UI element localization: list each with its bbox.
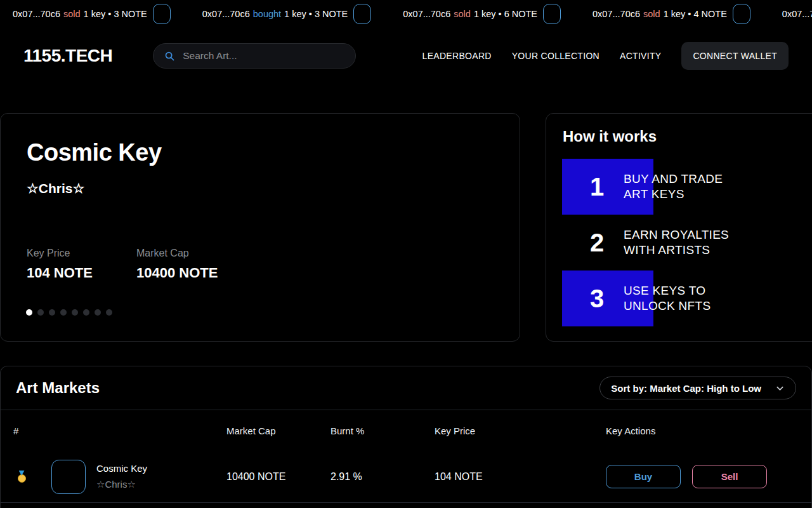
step-text-line: ART KEYS [624,187,723,202]
art-thumbnail-icon[interactable] [733,4,750,24]
art-thumbnail-icon[interactable] [353,4,371,24]
carousel-dot[interactable] [37,309,44,316]
col-burnt: Burnt % [331,425,435,436]
nav-leaderboard[interactable]: LEADERBOARD [422,51,492,61]
site-logo[interactable]: 1155.TECH [23,46,112,66]
how-it-works-steps: 1 BUY AND TRADE ART KEYS 2 EARN ROYALTIE… [562,159,812,326]
art-markets-section: Art Markets Sort by: Market Cap: High to… [0,366,812,508]
step-2: 2 EARN ROYALTIES WITH ARTISTS [562,215,812,271]
step-number: 1 [562,159,632,215]
ticker-action: bought [253,9,281,19]
carousel-dot[interactable] [26,309,32,316]
artist-name: ☆Chris☆ [27,181,84,196]
key-price-label: Key Price [27,248,93,259]
col-key-actions: Key Actions [606,425,811,436]
step-number: 2 [562,215,632,271]
main-header: 1155.TECH Search Art... LEADERBOARD YOUR… [0,36,812,76]
ticker-address: 0x07...70c6 [403,9,450,19]
step-text-line: UNLOCK NFTS [624,298,710,314]
step-text: USE KEYS TO UNLOCK NFTS [624,283,710,314]
ticker-item[interactable]: 0x07...70c6 sold 1 key • 4 NOTE [593,4,750,24]
step-text-line: BUY AND TRADE [624,171,723,187]
table-header-row: # Market Cap Burnt % Key Price Key Actio… [1,410,811,451]
art-markets-header: Art Markets Sort by: Market Cap: High to… [1,366,811,410]
connect-wallet-button[interactable]: CONNECT WALLET [681,42,789,70]
step-text-line: WITH ARTISTS [624,243,729,258]
ticker-item[interactable]: 0x07...70c6 bought 1 key • 3 NOTE [202,4,372,24]
how-it-works-panel: How it works 1 BUY AND TRADE ART KEYS 2 … [546,113,812,342]
table-row[interactable]: Cosmic Key ☆Chris☆ 10400 NOTE 2.91 % 104… [1,451,811,503]
featured-art-card[interactable]: Cosmic Key ☆Chris☆ Key Price 104 NOTE Ma… [0,113,520,342]
ticker-action: sold [643,9,660,19]
col-market-cap: Market Cap [226,425,331,436]
ticker-action: sold [63,9,81,19]
art-thumbnail-icon[interactable] [543,4,561,24]
ticker-detail: 1 key • 3 NOTE [84,9,147,19]
ticker-address: 0x07...70c6 [13,9,60,19]
ticker-address: 0x07...70c6 [782,9,812,19]
ticker-detail: 1 key • 3 NOTE [284,9,348,19]
ticker-item[interactable]: 0x07...70c6 bought 1 key • [782,9,812,19]
sell-button[interactable]: Sell [692,465,767,488]
art-title: Cosmic Key [27,139,162,166]
nav-activity[interactable]: ACTIVITY [620,51,661,61]
ticker-detail: 1 key • 4 NOTE [664,9,727,19]
step-text: EARN ROYALTIES WITH ARTISTS [624,227,729,258]
carousel-dots [26,309,112,316]
search-placeholder: Search Art... [183,50,237,62]
row-artist-name: ☆Chris☆ [96,479,147,490]
row-burnt-pct: 2.91 % [331,471,435,483]
gold-medal-icon [16,471,27,483]
ticker-action: sold [454,9,471,19]
step-number: 3 [562,271,632,326]
row-identity: Cosmic Key ☆Chris☆ [13,460,226,494]
row-market-cap: 10400 NOTE [226,471,331,483]
market-cap-value: 10400 NOTE [136,265,218,281]
transaction-ticker: 0x07...70c6 sold 1 key • 3 NOTE 0x07...7… [0,0,812,28]
carousel-dot[interactable] [106,309,112,316]
step-text-line: EARN ROYALTIES [624,227,729,243]
carousel-dot[interactable] [60,309,67,316]
col-key-price: Key Price [435,425,606,436]
carousel-dot[interactable] [95,309,101,316]
how-it-works-title: How it works [563,128,657,145]
step-3: 3 USE KEYS TO UNLOCK NFTS [562,271,812,326]
row-actions: Buy Sell [606,465,811,488]
art-thumbnail-icon[interactable] [51,460,86,494]
step-text-line: USE KEYS TO [624,283,710,298]
col-rank: # [13,425,226,436]
carousel-dot[interactable] [72,309,78,316]
key-price-stat: Key Price 104 NOTE [27,248,93,281]
carousel-dot[interactable] [49,309,55,316]
row-art-name: Cosmic Key [96,463,147,474]
sort-label: Sort by: Market Cap: High to Low [611,383,761,394]
chevron-down-icon [775,384,785,393]
row-key-price: 104 NOTE [435,471,606,483]
carousel-dot[interactable] [83,309,89,316]
key-price-value: 104 NOTE [27,265,93,281]
main-nav: LEADERBOARD YOUR COLLECTION ACTIVITY [422,51,662,61]
nav-your-collection[interactable]: YOUR COLLECTION [512,51,599,61]
ticker-item[interactable]: 0x07...70c6 sold 1 key • 6 NOTE [403,4,561,24]
step-text: BUY AND TRADE ART KEYS [624,171,723,202]
market-cap-label: Market Cap [136,248,218,259]
market-cap-stat: Market Cap 10400 NOTE [136,248,218,281]
ticker-item[interactable]: 0x07...70c6 sold 1 key • 3 NOTE [13,4,171,24]
ticker-address: 0x07...70c6 [202,9,250,19]
row-names: Cosmic Key ☆Chris☆ [96,463,147,490]
search-icon [164,51,175,62]
ticker-address: 0x07...70c6 [593,9,640,19]
buy-button[interactable]: Buy [606,465,681,488]
sort-dropdown[interactable]: Sort by: Market Cap: High to Low [599,377,796,399]
art-markets-title: Art Markets [16,379,100,397]
step-1: 1 BUY AND TRADE ART KEYS [562,159,812,215]
ticker-detail: 1 key • 6 NOTE [474,9,537,19]
art-thumbnail-icon[interactable] [153,4,171,24]
search-input[interactable]: Search Art... [153,43,356,69]
